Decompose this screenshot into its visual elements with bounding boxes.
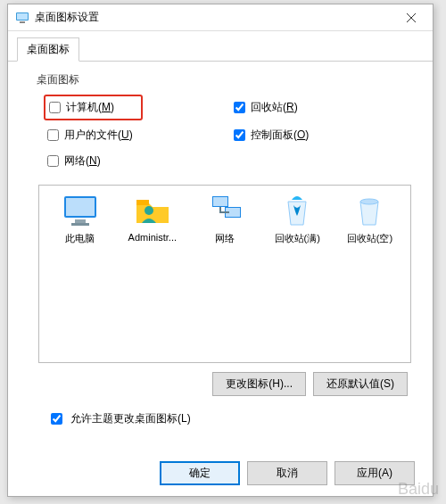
change-icon-button[interactable]: 更改图标(H)...	[212, 372, 306, 396]
monitor-icon	[15, 11, 29, 25]
svg-rect-5	[75, 219, 86, 223]
checkbox-label-controlpanel: 控制面板(O)	[251, 128, 309, 143]
list-item-thispc[interactable]: 此电脑	[45, 193, 115, 355]
item-label: Administr...	[128, 232, 177, 243]
svg-rect-2	[20, 21, 25, 23]
checkbox-group: 计算机(M) 回收站(R) 用户的文件(U) 控制面板(O) 网络	[38, 93, 411, 396]
checkbox-row-computer: 计算机(M)	[47, 98, 216, 117]
checkbox-label-computer: 计算机(M)	[66, 100, 114, 115]
titlebar: 桌面图标设置	[8, 4, 433, 31]
checkbox-row-recyclebin: 回收站(R)	[234, 98, 402, 117]
icon-preview-list: 此电脑 Administr... 网络 回收站(满) 回收站(空)	[38, 185, 411, 363]
checkbox-userfiles[interactable]	[47, 129, 59, 141]
item-label: 回收站(满)	[275, 232, 320, 245]
checkbox-row-network: 网络(N)	[47, 153, 216, 169]
recyclebin-empty-icon	[350, 193, 389, 228]
checkbox-label-network: 网络(N)	[64, 153, 101, 169]
dialog-buttons-row: 确定 取消 应用(A)	[160, 461, 415, 485]
item-label: 网络	[215, 232, 235, 245]
checkbox-row-theme: 允许主题更改桌面图标(L)	[47, 410, 415, 427]
svg-rect-10	[213, 197, 227, 206]
checkbox-label-userfiles: 用户的文件(U)	[64, 128, 133, 143]
checkbox-network[interactable]	[47, 155, 59, 167]
network-icon	[205, 193, 244, 228]
tab-bar: 桌面图标	[8, 31, 433, 62]
checkbox-label-recyclebin: 回收站(R)	[251, 100, 298, 115]
list-item-recyclebin-full[interactable]: 回收站(满)	[262, 193, 333, 355]
cancel-button[interactable]: 取消	[247, 461, 327, 485]
checkbox-row-userfiles: 用户的文件(U)	[47, 128, 216, 143]
window-title: 桌面图标设置	[35, 10, 393, 25]
item-label: 此电脑	[65, 232, 95, 245]
checkbox-recyclebin[interactable]	[234, 102, 245, 113]
icon-buttons-row: 更改图标(H)... 还原默认值(S)	[38, 372, 408, 396]
recyclebin-full-icon	[277, 193, 317, 228]
list-item-network[interactable]: 网络	[189, 193, 260, 355]
svg-rect-1	[17, 13, 28, 20]
apply-button[interactable]: 应用(A)	[334, 461, 415, 485]
group-label-desktop-icons: 桌面图标	[26, 72, 415, 93]
svg-rect-6	[71, 223, 89, 226]
restore-defaults-button[interactable]: 还原默认值(S)	[313, 372, 408, 396]
close-button[interactable]	[393, 5, 429, 30]
item-label: 回收站(空)	[347, 232, 392, 245]
content-area: 桌面图标 计算机(M) 回收站(R) 用户的文件(U)	[8, 62, 433, 436]
list-item-recyclebin-empty[interactable]: 回收站(空)	[334, 193, 405, 355]
svg-rect-7	[136, 200, 149, 205]
close-icon	[406, 12, 417, 23]
highlight-computer: 计算机(M)	[44, 95, 143, 120]
checkbox-computer[interactable]	[49, 102, 61, 113]
user-folder-icon	[133, 193, 172, 228]
monitor-icon	[61, 193, 100, 228]
svg-point-8	[145, 206, 153, 215]
list-item-admin[interactable]: Administr...	[117, 193, 187, 355]
checkbox-controlpanel[interactable]	[234, 129, 245, 141]
tab-desktop-icons[interactable]: 桌面图标	[17, 37, 79, 62]
svg-rect-4	[66, 198, 95, 216]
checkbox-label-theme: 允许主题更改桌面图标(L)	[70, 411, 191, 426]
checkbox-theme[interactable]	[51, 413, 62, 425]
dialog-window: 桌面图标设置 桌面图标 桌面图标 计算机(M) 回收站(R)	[7, 4, 434, 497]
svg-point-13	[360, 199, 378, 204]
checkbox-row-controlpanel: 控制面板(O)	[234, 128, 402, 143]
ok-button[interactable]: 确定	[160, 461, 240, 485]
